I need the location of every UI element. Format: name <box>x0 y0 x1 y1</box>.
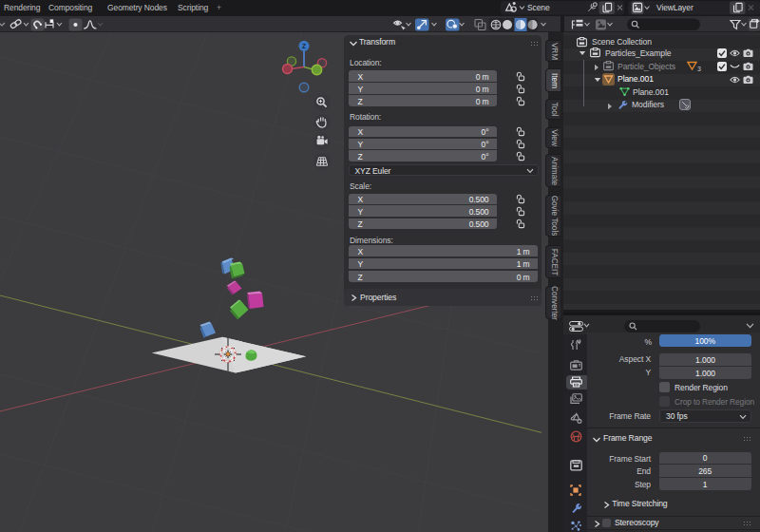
svg-text:3: 3 <box>697 66 701 72</box>
svg-text:Z: Z <box>302 43 306 49</box>
